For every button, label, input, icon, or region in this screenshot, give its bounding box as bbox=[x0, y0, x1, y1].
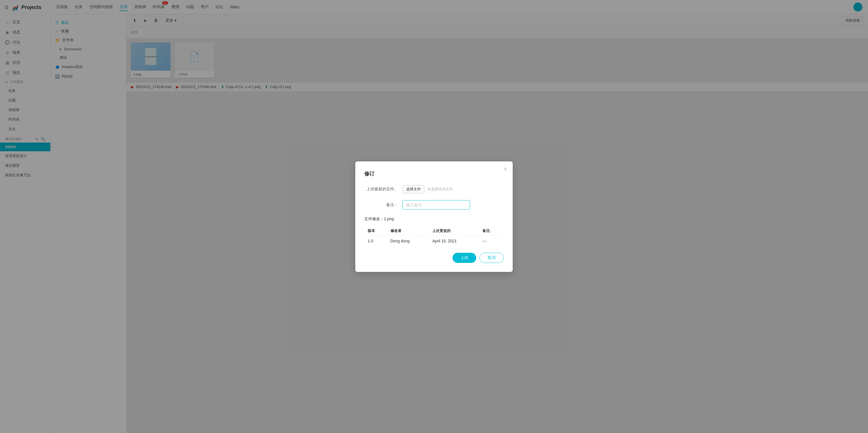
modal-file-upload: 选择文件 未选择任何文件 bbox=[403, 185, 453, 193]
no-file-text: 未选择任何文件 bbox=[427, 187, 453, 192]
modal-title: 修订 bbox=[364, 171, 504, 177]
table-header-note: 备注: bbox=[479, 226, 504, 236]
table-cell-date: April 15, 2021 bbox=[429, 236, 479, 246]
modal-file-info: 文件修改：1.png bbox=[364, 216, 504, 222]
upload-label: 上传最新的文件。 bbox=[364, 187, 398, 192]
choose-file-button[interactable]: 选择文件 bbox=[403, 185, 425, 193]
table-row: 1.0 Dong dong April 15, 2021 --- bbox=[364, 236, 504, 246]
note-input[interactable] bbox=[403, 200, 470, 210]
upload-button[interactable]: 上传 bbox=[453, 253, 476, 263]
modal-overlay[interactable]: 修订 × 上传最新的文件。 选择文件 未选择任何文件 备注： 文件修改：1.pn… bbox=[0, 0, 868, 433]
modal-close-button[interactable]: × bbox=[504, 166, 507, 172]
cancel-button[interactable]: 取消 bbox=[479, 253, 504, 263]
table-cell-note: --- bbox=[479, 236, 504, 246]
table-header-version: 版本 bbox=[364, 226, 387, 236]
revision-modal: 修订 × 上传最新的文件。 选择文件 未选择任何文件 备注： 文件修改：1.pn… bbox=[355, 161, 513, 272]
table-cell-modifier: Dong dong bbox=[387, 236, 429, 246]
table-cell-version: 1.0 bbox=[364, 236, 387, 246]
modal-footer: 上传 取消 bbox=[364, 253, 504, 263]
modal-upload-row: 上传最新的文件。 选择文件 未选择任何文件 bbox=[364, 185, 504, 193]
modal-note-row: 备注： bbox=[364, 200, 504, 210]
revision-table: 版本 修改者 上次更改的 备注: 1.0 Dong dong April 15,… bbox=[364, 226, 504, 246]
table-header-date: 上次更改的 bbox=[429, 226, 479, 236]
note-label: 备注： bbox=[364, 203, 398, 208]
table-header-modifier: 修改者 bbox=[387, 226, 429, 236]
